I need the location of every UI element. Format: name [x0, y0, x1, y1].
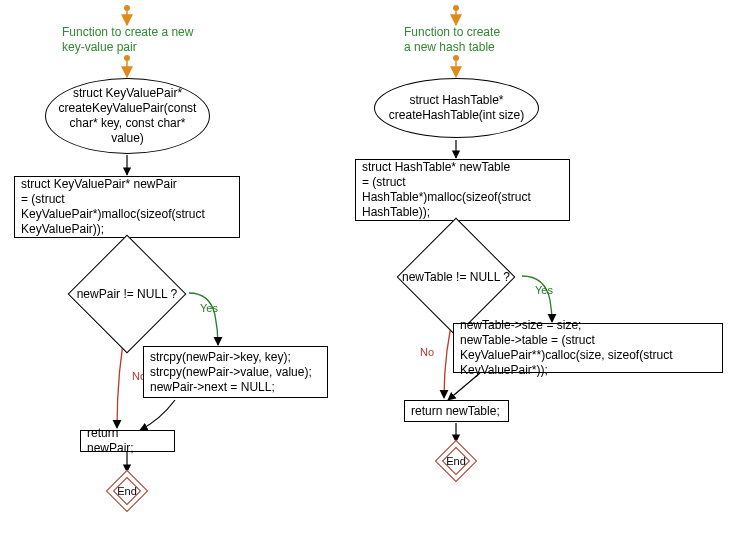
cond-left: newPair != NULL ? [85, 252, 169, 336]
func-sig-left: struct KeyValuePair* createKeyValuePair(… [45, 78, 210, 154]
func-sig-right: struct HashTable* createHashTable(int si… [374, 78, 539, 138]
return-right: return newTable; [404, 400, 509, 422]
cond-left-text: newPair != NULL ? [57, 252, 197, 336]
cond-right-text: newTable != NULL ? [382, 235, 530, 319]
flowchart-canvas: Function to create a new key-value pair … [0, 0, 730, 534]
cond-right: newTable != NULL ? [414, 235, 498, 319]
comment-left: Function to create a new key-value pair [56, 24, 216, 56]
return-left: return newPair; [80, 430, 175, 452]
svg-point-7 [453, 5, 459, 11]
end-right-text: End [437, 446, 475, 476]
alloc-right: struct HashTable* newTable = (struct Has… [355, 159, 570, 221]
svg-point-0 [124, 5, 130, 11]
yes-block-left: strcpy(newPair->key, key); strcpy(newPai… [143, 346, 328, 398]
no-label-right: No [420, 346, 434, 358]
end-left-text: End [108, 476, 146, 506]
yes-block-right: newTable->size = size; newTable->table =… [453, 323, 723, 373]
yes-label-left: Yes [200, 302, 218, 314]
comment-right: Function to create a new hash table [398, 24, 528, 56]
yes-label-right: Yes [535, 284, 553, 296]
alloc-left: struct KeyValuePair* newPair = (struct K… [14, 176, 240, 238]
